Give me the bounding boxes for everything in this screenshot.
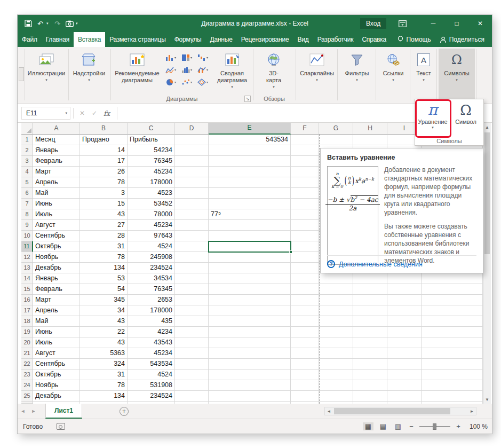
cell-D8[interactable] <box>175 209 209 220</box>
cell-B8[interactable]: 43 <box>80 209 128 220</box>
cell-G23[interactable] <box>319 370 353 380</box>
cell-F19[interactable] <box>291 327 319 337</box>
cell-I22[interactable] <box>387 359 422 370</box>
undo-icon[interactable]: ↶ <box>34 17 46 30</box>
cell-D1[interactable] <box>175 135 209 145</box>
cell-E19[interactable] <box>209 327 291 337</box>
cell-E22[interactable] <box>209 359 291 370</box>
camera-icon[interactable] <box>63 17 76 30</box>
cell-J20[interactable] <box>422 337 483 348</box>
pivot-chart-button[interactable]: Сводная диаграмма ▾ <box>212 49 252 102</box>
ribbon-tab-help[interactable]: Справка <box>357 32 391 47</box>
insert-scatter-chart-button[interactable]: ▾ <box>179 76 195 88</box>
cell-A20[interactable]: Июль <box>33 337 80 348</box>
symbol-button[interactable]: Ω Символ <box>449 100 482 136</box>
cell-C22[interactable]: 543534 <box>128 359 175 370</box>
cell-I23[interactable] <box>387 370 422 380</box>
recommended-charts-button[interactable]: Рекомендуемые диаграммы <box>114 49 161 102</box>
cell-D25[interactable] <box>175 391 209 402</box>
cell-H24[interactable] <box>353 380 387 391</box>
cell-D16[interactable] <box>175 295 209 305</box>
sheet-nav-left-icon[interactable]: ◄ <box>18 404 28 419</box>
column-header-A[interactable]: A <box>33 123 80 135</box>
addins-button[interactable]: Надстройки ▾ <box>69 49 109 102</box>
cell-C7[interactable]: 53452 <box>128 199 175 209</box>
ribbon-tab-data[interactable]: Данные <box>205 32 236 47</box>
cell-A24[interactable]: Ноябрь <box>33 380 80 391</box>
cell-F7[interactable] <box>291 199 319 209</box>
cell-G21[interactable] <box>319 348 353 359</box>
cell-F16[interactable] <box>291 295 319 305</box>
cell-H16[interactable] <box>353 295 387 305</box>
illustrations-button[interactable]: Иллюстрации ▾ <box>26 49 67 102</box>
cell-J25[interactable] <box>422 391 483 402</box>
row-header-8[interactable]: 8 <box>21 209 33 220</box>
cell-D17[interactable] <box>175 305 209 316</box>
row-header-14[interactable]: 14 <box>21 273 33 284</box>
tell-me-help[interactable]: Помощь <box>394 36 434 43</box>
cell-A21[interactable]: Август <box>33 348 80 359</box>
row-header-1[interactable]: 1 <box>21 135 33 145</box>
cell-B1[interactable]: Продано <box>80 135 128 145</box>
cell-D23[interactable] <box>175 370 209 380</box>
cell-E17[interactable] <box>209 305 291 316</box>
row-header-15[interactable]: 15 <box>21 284 33 295</box>
cell-H23[interactable] <box>353 370 387 380</box>
cell-B23[interactable]: 31 <box>80 370 128 380</box>
cell-G15[interactable] <box>319 284 353 295</box>
cell-A3[interactable]: Февраль <box>33 156 80 167</box>
cell-B21[interactable]: 5363 <box>80 348 128 359</box>
row-header-17[interactable]: 17 <box>21 305 33 316</box>
cell-C14[interactable]: 34534 <box>128 273 175 284</box>
cell-G16[interactable] <box>319 295 353 305</box>
cell-F17[interactable] <box>291 305 319 316</box>
cell-B17[interactable]: 34 <box>80 305 128 316</box>
row-header-11[interactable]: 11 <box>21 241 33 252</box>
cell-D7[interactable] <box>175 199 209 209</box>
cell-G25[interactable] <box>319 391 353 402</box>
cell-J18[interactable] <box>422 316 483 327</box>
vertical-scroll-thumb[interactable] <box>484 132 490 254</box>
zoom-slider[interactable] <box>419 426 450 427</box>
zoom-level-label[interactable]: 100 % <box>466 423 488 430</box>
cell-A16[interactable]: Март <box>33 295 80 305</box>
cell-A25[interactable]: Декабрь <box>33 391 80 402</box>
cell-C3[interactable]: 76345 <box>128 156 175 167</box>
cell-A18[interactable]: Май <box>33 316 80 327</box>
cell-A23[interactable]: Октябрь <box>33 370 80 380</box>
cell-B4[interactable]: 26 <box>80 167 128 177</box>
close-button[interactable]: ✕ <box>468 15 492 32</box>
cell-J23[interactable] <box>422 370 483 380</box>
cell-G17[interactable] <box>319 305 353 316</box>
cell-H22[interactable] <box>353 359 387 370</box>
cell-B5[interactable]: 78 <box>80 177 128 188</box>
cell-G19[interactable] <box>319 327 353 337</box>
cell-B13[interactable]: 134 <box>80 263 128 273</box>
cell-I14[interactable] <box>387 273 422 284</box>
cell-F22[interactable] <box>291 359 319 370</box>
cell-A14[interactable]: Январь <box>33 273 80 284</box>
fill-handle[interactable] <box>289 250 292 254</box>
ribbon-tab-review[interactable]: Рецензирование <box>237 32 293 47</box>
zoom-slider-thumb[interactable] <box>433 423 436 430</box>
cell-F21[interactable] <box>291 348 319 359</box>
cell-G1[interactable] <box>319 135 353 145</box>
row-header-9[interactable]: 9 <box>21 220 33 231</box>
sign-in-button[interactable]: Вход <box>360 18 386 29</box>
cell-J14[interactable] <box>422 273 483 284</box>
cell-A2[interactable]: Январь <box>33 145 80 156</box>
minimize-button[interactable]: ─ <box>422 15 445 32</box>
cell-I16[interactable] <box>387 295 422 305</box>
cell-G18[interactable] <box>319 316 353 327</box>
cell-C19[interactable]: 4234 <box>128 327 175 337</box>
page-layout-view-icon[interactable]: ▤ <box>378 422 388 430</box>
cell-B18[interactable]: 43 <box>80 316 128 327</box>
cell-E23[interactable] <box>209 370 291 380</box>
row-header-25[interactable]: 25 <box>21 391 33 402</box>
cell-F9[interactable] <box>291 220 319 231</box>
cell-E12[interactable] <box>209 252 291 263</box>
row-header-10[interactable]: 10 <box>21 231 33 241</box>
filters-button[interactable]: Фильтры ▾ <box>339 49 375 102</box>
insert-surface-chart-button[interactable]: ▾ <box>195 76 211 88</box>
symbols-button[interactable]: Ω Символы ▾ <box>439 49 475 102</box>
